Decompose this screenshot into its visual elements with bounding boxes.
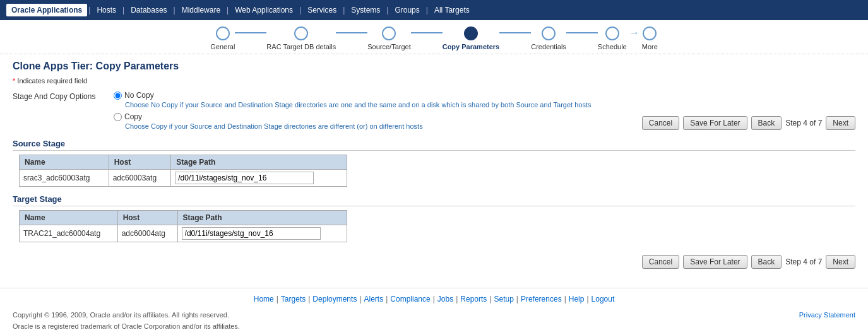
cancel-button-bottom[interactable]: Cancel <box>642 255 679 269</box>
wizard-step-more[interactable]: More <box>642 27 658 50</box>
save-for-later-button-top[interactable]: Save For Later <box>683 116 747 130</box>
wizard-step-source-target[interactable]: Source/Target <box>367 27 410 50</box>
copy-radio[interactable] <box>114 113 122 121</box>
nav-sep-1: | <box>87 6 92 15</box>
nav-systems[interactable]: Systems <box>346 4 385 16</box>
asterisk: * <box>13 77 15 85</box>
no-copy-radio[interactable] <box>114 91 122 100</box>
back-button-top[interactable]: Back <box>751 116 782 130</box>
wizard-circle-general <box>216 27 230 40</box>
bottom-link-jobs[interactable]: Jobs <box>437 295 453 303</box>
bottom-link-setup[interactable]: Setup <box>494 295 513 303</box>
nav-sep-8: | <box>425 6 429 15</box>
bottom-link-preferences[interactable]: Preferences <box>521 295 562 303</box>
nav-oracle-applications[interactable]: Oracle Applications <box>6 4 87 16</box>
source-row-host: adc60003atg <box>109 170 171 187</box>
wizard-step-rac[interactable]: RAC Target DB details <box>266 27 336 50</box>
no-copy-label: No Copy <box>124 91 154 100</box>
wizard-label-rac: RAC Target DB details <box>266 43 336 50</box>
bottom-link-alerts[interactable]: Alerts <box>364 295 384 303</box>
nav-sep-6: | <box>342 6 346 15</box>
bottom-link-deployments[interactable]: Deployments <box>312 295 357 303</box>
source-stage-title: Source Stage <box>13 139 855 151</box>
save-for-later-button-bottom[interactable]: Save For Later <box>683 255 747 269</box>
step-info-bottom: Step 4 of 7 <box>785 257 822 266</box>
bottom-link-help[interactable]: Help <box>569 295 585 303</box>
nav-middleware[interactable]: Middleware <box>177 4 225 16</box>
required-note: * Indicates required field <box>13 77 855 85</box>
no-copy-desc: Choose No Copy if your Source and Destin… <box>125 101 591 109</box>
nav-hosts[interactable]: Hosts <box>92 4 121 16</box>
copyright-line-1: Copyright © 1996, 2009, Oracle and/or it… <box>13 310 855 321</box>
copy-options-choices: No Copy Choose No Copy if your Source an… <box>114 91 591 130</box>
source-stage-table: Name Host Stage Path srac3_adc60003atg a… <box>19 155 347 187</box>
bottom-link-targets[interactable]: Targets <box>281 295 306 303</box>
bottom-nav-links: Home | Targets | Deployments | Alerts | … <box>0 295 868 303</box>
no-copy-option: No Copy Choose No Copy if your Source an… <box>114 91 591 109</box>
cancel-button-top[interactable]: Cancel <box>642 116 679 130</box>
wizard-circle-schedule <box>605 27 619 40</box>
wizard-label-schedule: Schedule <box>598 43 627 50</box>
source-row-path <box>171 170 347 187</box>
next-button-top[interactable]: Next <box>826 116 855 130</box>
target-row-name: TRAC21_adc60004atg <box>20 225 118 242</box>
nav-services[interactable]: Services <box>302 4 342 16</box>
next-button-bottom[interactable]: Next <box>826 255 855 269</box>
target-row-path <box>177 225 347 242</box>
wizard-connector-4 <box>499 32 531 33</box>
target-col-host: Host <box>117 211 177 225</box>
wizard-label-source-target: Source/Target <box>367 43 410 50</box>
target-col-path: Stage Path <box>177 211 347 225</box>
wizard-step-copy-params[interactable]: Copy Parameters <box>443 27 500 50</box>
top-navigation: Oracle Applications | Hosts | Databases … <box>0 0 868 20</box>
wizard-connector-3 <box>411 32 443 33</box>
back-button-bottom[interactable]: Back <box>751 255 782 269</box>
nav-sep-2: | <box>121 6 126 15</box>
copy-radio-row: Copy <box>114 112 591 121</box>
nav-sep-5: | <box>298 6 302 15</box>
wizard-label-more: More <box>642 43 658 50</box>
target-stage-title: Target Stage <box>13 194 855 206</box>
wizard-arrow-more: → <box>627 27 642 38</box>
bottom-link-compliance[interactable]: Compliance <box>390 295 430 303</box>
source-stage-path-input[interactable] <box>175 172 314 184</box>
wizard-label-general: General <box>210 43 235 50</box>
bottom-link-logout[interactable]: Logout <box>592 295 615 303</box>
wizard-connector-2 <box>336 32 367 33</box>
bottom-navigation: Home | Targets | Deployments | Alerts | … <box>0 288 868 330</box>
nav-web-applications[interactable]: Web Applications <box>230 4 298 16</box>
copy-label: Copy <box>124 112 142 121</box>
page-content-wrapper: Cancel Save For Later Back Step 4 of 7 N… <box>0 54 868 275</box>
source-col-name: Name <box>20 155 109 170</box>
page-content: Cancel Save For Later Back Step 4 of 7 N… <box>0 54 868 275</box>
wizard-connector-5 <box>566 32 598 33</box>
step-info-top: Step 4 of 7 <box>785 119 822 127</box>
wizard-connector-1 <box>235 32 266 33</box>
source-col-path: Stage Path <box>171 155 347 170</box>
nav-sep-7: | <box>385 6 389 15</box>
nav-sep-3: | <box>172 6 177 15</box>
target-stage-table: Name Host Stage Path TRAC21_adc60004atg … <box>19 210 347 242</box>
copyright-section: Privacy Statement Copyright © 1996, 2009… <box>0 310 868 330</box>
wizard-step-general[interactable]: General <box>210 27 235 50</box>
privacy-statement-link[interactable]: Privacy Statement <box>799 310 855 321</box>
wizard-circle-more <box>643 27 657 40</box>
wizard-step-schedule[interactable]: Schedule <box>598 27 627 50</box>
wizard-circle-copy-params <box>464 27 478 40</box>
nav-groups[interactable]: Groups <box>389 4 424 16</box>
nav-databases[interactable]: Databases <box>126 4 172 16</box>
copyright-line-2: Oracle is a registered trademark of Orac… <box>13 321 855 330</box>
wizard-circle-credentials <box>542 27 556 40</box>
source-col-host: Host <box>109 155 171 170</box>
wizard-step-credentials[interactable]: Credentials <box>531 27 566 50</box>
target-stage-path-input[interactable] <box>182 227 321 240</box>
no-copy-radio-row: No Copy <box>114 91 591 100</box>
wizard-circle-source-target <box>382 27 396 40</box>
nav-sep-4: | <box>225 6 230 15</box>
copy-option: Copy Choose Copy if your Source and Dest… <box>114 112 591 130</box>
nav-all-targets[interactable]: All Targets <box>429 4 475 16</box>
bottom-link-home[interactable]: Home <box>254 295 274 303</box>
required-note-text: Indicates required field <box>17 77 87 85</box>
copy-options-label: Stage And Copy Options <box>13 91 114 101</box>
bottom-link-reports[interactable]: Reports <box>460 295 487 303</box>
